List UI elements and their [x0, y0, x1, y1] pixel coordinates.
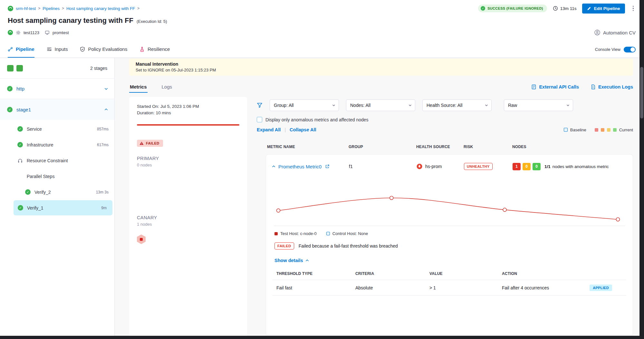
test-host-label: Test Host: c-node-0	[280, 231, 317, 236]
anomalous-checkbox-label: Display only anomalous metrics and affec…	[265, 117, 369, 122]
criteria-value: Absolute	[355, 285, 429, 290]
health-source-name: hs-prom	[425, 164, 442, 169]
risk-badge: UNHEALTHY	[464, 163, 493, 170]
console-view-toggle[interactable]	[624, 47, 636, 52]
health-source-filter-dropdown[interactable]: Health Source: All	[422, 99, 492, 111]
nodes-filter-dropdown[interactable]: Nodes: All	[346, 99, 415, 111]
group-filter-dropdown[interactable]: Group: All	[270, 99, 339, 111]
stage-count: 2 stages	[90, 66, 107, 71]
chevron-down-icon	[485, 103, 488, 106]
tab-inputs[interactable]: Inputs	[47, 41, 68, 58]
tab-resilience-label: Resilience	[148, 46, 170, 52]
metric-group: f1	[349, 164, 417, 169]
data-type-dropdown[interactable]: Raw	[504, 99, 573, 111]
step-list: Service 857ms Infrastructure 617ms Resou…	[0, 120, 114, 219]
show-details-label: Show details	[274, 258, 303, 263]
verification-summary-card: Started On: Jul 5, 2023 1:06 PM Duration…	[129, 97, 247, 339]
title-row: Host sampling canary testing with FF (Ex…	[8, 14, 636, 27]
test-host-legend: Test Host: c-node-0	[274, 231, 317, 236]
step-view-tabs: Metrics Logs External API Calls Executio…	[129, 81, 633, 93]
service-name: test1123	[24, 30, 39, 35]
current-swatch-yellow	[607, 128, 610, 132]
canary-node-hexagon[interactable]	[137, 234, 146, 244]
step-duration: 857ms	[97, 127, 109, 131]
tab-resilience[interactable]: Resilience	[139, 41, 170, 58]
trigger-user-name: Automation CV	[603, 30, 636, 35]
metrics-table-header: METRIC NAME GROUP HEALTH SOURCE RISK NOD…	[257, 145, 633, 149]
meta-row: test1123 promtest Automation CV	[8, 27, 636, 38]
step-row-verify-2[interactable]: Verify_2 13m 3s	[0, 184, 114, 200]
metric-name-link[interactable]: Prometheus Metric0	[278, 164, 322, 169]
current-swatch-green	[613, 128, 617, 132]
expand-all-link[interactable]: Expand All	[257, 127, 281, 132]
breadcrumb-project[interactable]: srm-hf-test	[16, 6, 36, 11]
success-check-icon	[18, 205, 23, 211]
warning-triangle-icon	[139, 141, 144, 145]
stage-chip-2[interactable]	[16, 65, 23, 71]
collapse-metric-icon[interactable]	[272, 165, 275, 169]
stage-chip-1[interactable]	[7, 65, 14, 71]
vertical-scrollbar-thumb[interactable]	[640, 67, 643, 118]
execution-body: 2 stages http stage1 Service 857ms	[0, 58, 644, 339]
vertical-scrollbar[interactable]	[639, 0, 644, 339]
metrics-analysis-area: Group: All Nodes: All Health Source: All	[257, 97, 633, 339]
tab-policy-evaluations-label: Policy Evaluations	[88, 46, 127, 52]
elapsed-time: 13m 11s	[553, 6, 577, 11]
tab-logs[interactable]: Logs	[161, 81, 173, 93]
primary-label: PRIMARY	[137, 156, 239, 161]
step-row-verify-1[interactable]: Verify_1 9m	[14, 200, 112, 215]
verification-panels: Started On: Jul 5, 2023 1:06 PM Duration…	[129, 97, 633, 339]
header-actions: SUCCESS (FAILURE IGNORED) 13m 11s Edit P…	[478, 4, 636, 14]
stage-row-http[interactable]: http	[0, 79, 114, 99]
stages-sidebar: 2 stages http stage1 Service 857ms	[0, 58, 115, 339]
details-table-row: Fail fast Absolute > 1 Fail after 4 occu…	[273, 280, 626, 296]
gear-icon	[16, 30, 21, 35]
col-metric-name: METRIC NAME	[267, 145, 349, 149]
external-api-calls-link[interactable]: External API Calls	[531, 84, 579, 89]
step-row-infrastructure[interactable]: Infrastructure 617ms	[0, 137, 114, 153]
banner-title: Manual Intervention	[136, 61, 627, 67]
step-row-service[interactable]: Service 857ms	[0, 121, 114, 137]
console-view-label: Console View	[595, 47, 620, 52]
node-count-warning[interactable]: 0	[523, 163, 531, 170]
verification-progress-bar	[137, 124, 239, 126]
step-label: Resource Constraint	[27, 158, 68, 163]
breadcrumb-pipeline[interactable]: Host sampling canary testing with FF	[66, 6, 135, 11]
filter-funnel-icon[interactable]	[257, 102, 263, 108]
edit-pipeline-button[interactable]: Edit Pipeline	[582, 4, 625, 14]
tab-pipeline[interactable]: Pipeline	[8, 41, 34, 58]
more-options-icon[interactable]	[631, 5, 636, 13]
failed-badge: FAILED	[274, 242, 294, 250]
execution-logs-link[interactable]: Execution Logs	[591, 84, 633, 89]
success-check-icon	[7, 86, 13, 91]
srm-module-icon	[8, 6, 13, 11]
step-row-resource-constraint[interactable]: Resource Constraint	[0, 153, 114, 168]
horizontal-scrollbar[interactable]	[0, 336, 644, 339]
tab-metrics[interactable]: Metrics	[129, 81, 148, 93]
step-row-parallel-steps[interactable]: Parallel Steps	[0, 168, 114, 184]
node-count-healthy[interactable]: 0	[533, 163, 541, 170]
anomalous-checkbox[interactable]	[257, 117, 262, 122]
shield-check-icon	[80, 47, 85, 52]
canary-node-count: 1 nodes	[137, 222, 239, 227]
current-label: Current	[619, 127, 633, 132]
breadcrumb: srm-hf-test > Pipelines > Host sampling …	[16, 6, 139, 11]
test-host-swatch	[274, 232, 278, 235]
status-badge-label: SUCCESS (FAILURE IGNORED)	[487, 6, 543, 10]
started-on: Started On: Jul 5, 2023 1:06 PM	[137, 103, 239, 110]
step-label: Service	[27, 127, 42, 132]
node-count-unhealthy[interactable]: 1	[513, 163, 521, 170]
tab-policy-evaluations[interactable]: Policy Evaluations	[80, 41, 127, 58]
step-label: Infrastructure	[27, 142, 53, 147]
action-value: Fail after 4 occurrences	[502, 285, 549, 290]
separator: |	[284, 127, 286, 132]
external-link-icon[interactable]	[325, 164, 330, 169]
metric-chart-svg	[274, 182, 625, 226]
tab-inputs-label: Inputs	[55, 46, 68, 52]
execution-status-badge: SUCCESS (FAILURE IGNORED)	[478, 5, 547, 12]
collapse-all-link[interactable]: Collapse All	[290, 127, 316, 132]
metric-chart	[274, 182, 625, 226]
breadcrumb-pipelines[interactable]: Pipelines	[43, 6, 60, 11]
stage-row-stage1[interactable]: stage1	[0, 99, 114, 120]
show-details-toggle[interactable]: Show details	[273, 258, 626, 263]
